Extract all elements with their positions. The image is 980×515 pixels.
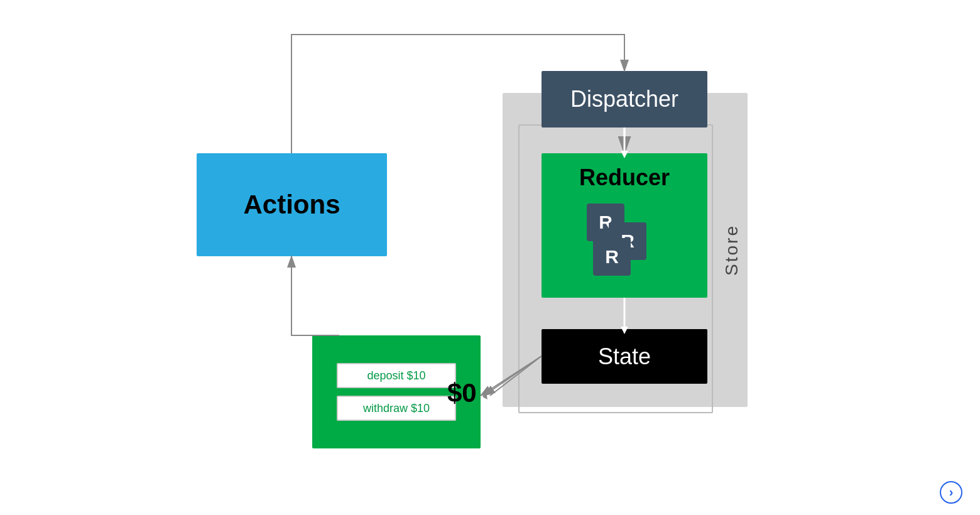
r-letter-3: R [605,246,619,268]
arrows-overlay [0,0,980,515]
actions-box: Actions [197,153,387,256]
brand-icon: › [940,481,962,504]
dispatcher-box: Dispatcher [542,71,707,127]
withdraw-label: withdraw $10 [363,402,430,415]
store-label: Store [722,224,742,276]
dispatcher-label: Dispatcher [570,86,678,112]
state-label: State [598,344,651,370]
deposit-label: deposit $10 [367,369,425,382]
state-box: State [542,329,707,384]
diagram: Store Dispatcher Reducer R R R State Act… [0,0,980,515]
reducer-tiles: R R R [574,203,675,279]
deposit-button[interactable]: deposit $10 [337,363,456,388]
withdraw-button[interactable]: withdraw $10 [337,396,456,421]
reducer-box: Reducer R R R [542,153,707,298]
svg-text:›: › [949,485,954,499]
reducer-tile-3: R [593,238,631,276]
svg-marker-4 [482,393,487,399]
dollar-value: $0 [447,378,477,408]
store-label-container: Store [716,93,748,407]
reducer-label: Reducer [579,165,670,191]
actions-label: Actions [243,190,340,220]
